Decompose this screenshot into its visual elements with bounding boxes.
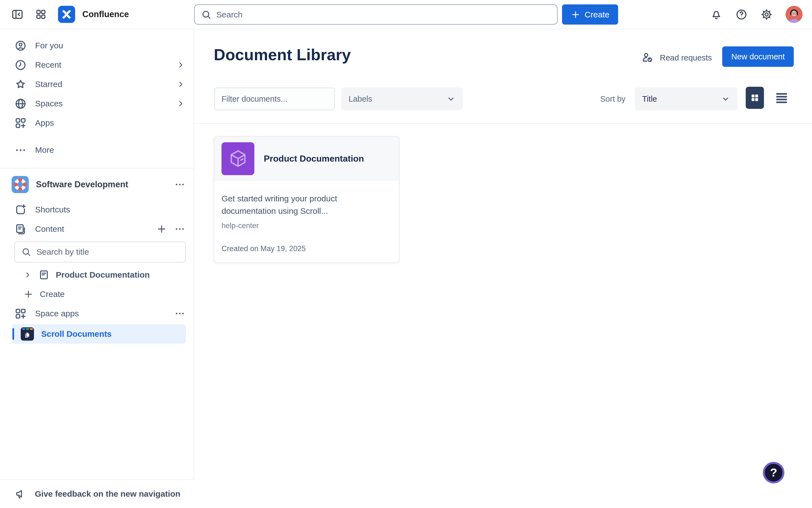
space-header-software-development[interactable]: Software Development bbox=[0, 176, 194, 194]
chevron-down-icon bbox=[446, 94, 456, 103]
search-icon bbox=[201, 9, 212, 20]
chevron-right-icon bbox=[176, 60, 185, 70]
sidebar-item-label: Scroll Documents bbox=[41, 329, 111, 339]
content-search-input[interactable] bbox=[37, 247, 179, 257]
sidebar-item-label: Create bbox=[40, 290, 185, 299]
create-button-label: Create bbox=[584, 10, 609, 19]
collapse-sidebar-button[interactable] bbox=[11, 8, 24, 21]
global-search-input[interactable] bbox=[216, 10, 551, 19]
document-card-product-documentation[interactable]: Product Documentation Get started writin… bbox=[214, 136, 399, 263]
globe-icon bbox=[14, 97, 27, 110]
sort-dropdown-value: Title bbox=[642, 94, 721, 103]
sidebar-item-label: Shortcuts bbox=[35, 205, 185, 214]
space-name: Software Development bbox=[36, 179, 167, 189]
sidebar-item-label: Apps bbox=[35, 118, 185, 128]
sidebar-item-apps[interactable]: Apps bbox=[0, 113, 194, 133]
sidebar-item-label: Recent bbox=[35, 60, 168, 70]
ellipsis-icon bbox=[174, 179, 185, 190]
question-circle-icon bbox=[735, 8, 748, 21]
filter-documents-field[interactable] bbox=[214, 88, 335, 110]
chevron-right-icon bbox=[176, 99, 185, 108]
collapse-sidebar-icon bbox=[11, 8, 24, 21]
sidebar-item-for-you[interactable]: For you bbox=[0, 36, 194, 55]
main-content: Document Library Read requests New docum… bbox=[195, 29, 812, 508]
feedback-link[interactable]: Give feedback on the new navigation bbox=[0, 479, 194, 508]
content-search[interactable] bbox=[14, 242, 186, 262]
space-avatar-icon bbox=[12, 176, 29, 193]
shortcuts-icon bbox=[14, 204, 27, 216]
app-switcher-icon bbox=[35, 8, 47, 20]
notifications-button[interactable] bbox=[710, 8, 723, 21]
content-pages-icon bbox=[14, 223, 27, 236]
chevron-down-icon bbox=[721, 94, 730, 103]
sidebar-item-label: More bbox=[35, 145, 185, 155]
sidebar-item-label: Content bbox=[35, 224, 148, 234]
megaphone-icon bbox=[15, 488, 27, 500]
person-circle-icon bbox=[14, 40, 27, 52]
person-check-icon bbox=[641, 51, 654, 64]
sidebar-item-more[interactable]: More bbox=[0, 140, 194, 160]
star-icon bbox=[14, 78, 27, 91]
apps-grid-plus-icon bbox=[14, 307, 27, 320]
read-requests-button[interactable]: Read requests bbox=[641, 51, 712, 64]
app-switcher-button[interactable] bbox=[35, 8, 47, 20]
avatar-image bbox=[785, 6, 803, 23]
ellipsis-icon[interactable] bbox=[174, 308, 185, 319]
avatar[interactable] bbox=[785, 6, 803, 23]
product-name: Confluence bbox=[82, 9, 129, 19]
plus-icon bbox=[571, 10, 581, 19]
bell-icon bbox=[710, 8, 723, 21]
sidebar-item-spaces[interactable]: Spaces bbox=[0, 94, 194, 113]
sidebar-create-item[interactable]: Create bbox=[0, 285, 194, 304]
sort-dropdown[interactable]: Title bbox=[635, 88, 737, 110]
feedback-label: Give feedback on the new navigation bbox=[35, 489, 180, 499]
chevron-right-icon bbox=[176, 80, 185, 89]
help-button[interactable] bbox=[735, 8, 748, 21]
sort-by-label: Sort by bbox=[600, 94, 626, 103]
search-icon bbox=[21, 247, 32, 257]
new-document-button[interactable]: New document bbox=[722, 46, 794, 67]
sidebar-divider bbox=[0, 168, 194, 169]
document-card-title: Product Documentation bbox=[264, 154, 364, 164]
labels-dropdown[interactable]: Labels bbox=[342, 88, 463, 110]
top-bar: Confluence Create bbox=[0, 0, 812, 29]
document-card-header: Product Documentation bbox=[214, 137, 399, 181]
add-content-icon[interactable] bbox=[156, 223, 167, 235]
document-card-created: Created on May 19, 2025 bbox=[222, 245, 306, 253]
sidebar-item-starred[interactable]: Starred bbox=[0, 75, 194, 94]
sidebar-item-label: Spaces bbox=[35, 99, 168, 108]
document-card-label: help-center bbox=[222, 221, 392, 230]
grid-view-button[interactable] bbox=[746, 87, 764, 109]
clock-icon bbox=[14, 59, 27, 71]
document-icon bbox=[222, 142, 254, 175]
gear-icon bbox=[760, 8, 773, 21]
list-view-button[interactable] bbox=[774, 91, 789, 105]
global-search[interactable] bbox=[194, 4, 558, 25]
selected-indicator bbox=[12, 328, 14, 340]
read-requests-label: Read requests bbox=[660, 53, 712, 62]
help-fab-button[interactable]: ? bbox=[763, 462, 784, 483]
chevron-right-icon[interactable] bbox=[23, 270, 32, 279]
sidebar-item-space-apps[interactable]: Space apps bbox=[0, 304, 194, 323]
tree-item-product-documentation[interactable]: Product Documentation bbox=[0, 265, 194, 285]
scroll-documents-app-icon bbox=[21, 327, 34, 341]
ellipsis-icon[interactable] bbox=[174, 223, 185, 235]
page-icon bbox=[38, 269, 50, 281]
sidebar-item-scroll-documents[interactable]: Scroll Documents bbox=[12, 324, 186, 344]
create-button[interactable]: Create bbox=[562, 4, 618, 25]
sidebar-item-content[interactable]: Content bbox=[0, 219, 194, 239]
filter-documents-input[interactable] bbox=[222, 94, 327, 103]
sidebar: For you Recent Starred Spaces Apps Mor bbox=[0, 29, 194, 508]
document-card-body: Get started writing your product documen… bbox=[214, 181, 399, 263]
sidebar-item-shortcuts[interactable]: Shortcuts bbox=[0, 200, 194, 219]
apps-grid-plus-icon bbox=[14, 117, 27, 129]
confluence-logo-icon bbox=[61, 9, 72, 19]
sidebar-item-label: For you bbox=[35, 41, 185, 50]
sidebar-item-recent[interactable]: Recent bbox=[0, 55, 194, 75]
page-title: Document Library bbox=[214, 45, 351, 64]
confluence-logo[interactable] bbox=[58, 6, 75, 23]
space-more-button[interactable] bbox=[174, 179, 185, 190]
sidebar-item-label: Space apps bbox=[35, 309, 166, 318]
settings-button[interactable] bbox=[760, 8, 773, 21]
toolbar-divider bbox=[195, 123, 812, 124]
